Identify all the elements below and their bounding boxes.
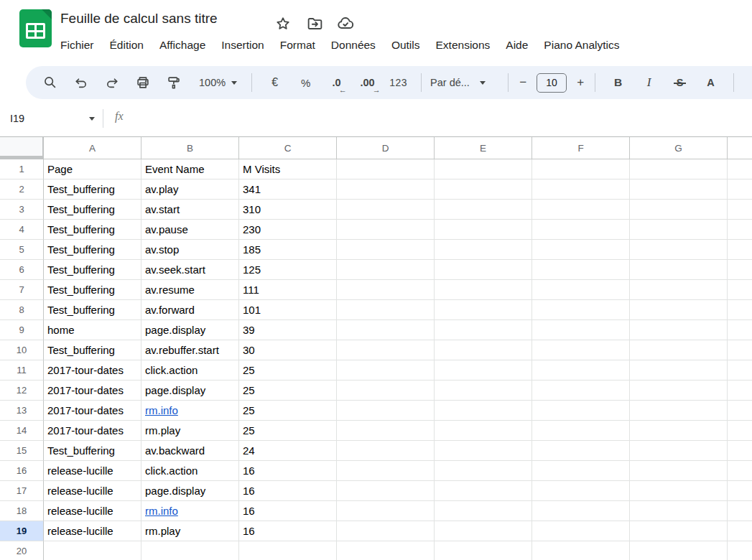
cell-link-b18[interactable]: rm.info: [145, 505, 178, 517]
cell-c4[interactable]: 230: [239, 220, 337, 240]
cell-c10[interactable]: 30: [239, 340, 337, 360]
menu-item-extensions[interactable]: Extensions: [428, 34, 498, 56]
cell-c5[interactable]: 185: [239, 240, 337, 260]
cell-e11[interactable]: [435, 360, 532, 381]
row-header-16[interactable]: 16: [0, 461, 44, 481]
cell-c15[interactable]: 24: [239, 441, 337, 461]
cell-c16[interactable]: 16: [239, 461, 337, 481]
cell-a15[interactable]: Test_buffering: [44, 441, 141, 461]
menu-item-donnees[interactable]: Données: [323, 34, 384, 56]
font-dropdown[interactable]: Par dé...: [430, 77, 499, 88]
paint-format-icon[interactable]: [163, 72, 185, 93]
cell-a10[interactable]: Test_buffering: [44, 340, 141, 360]
row-header-20[interactable]: 20: [0, 541, 44, 560]
row-header-19[interactable]: 19: [0, 521, 44, 541]
column-header-g[interactable]: G: [630, 137, 728, 159]
cell-f16[interactable]: [532, 461, 630, 481]
cell-g20[interactable]: [630, 541, 728, 560]
cell-e7[interactable]: [435, 280, 532, 300]
menu-item-piano-analytics[interactable]: Piano Analytics: [536, 34, 627, 56]
cell-f6[interactable]: [532, 260, 630, 280]
cell-g1[interactable]: [630, 159, 728, 179]
cell-b11[interactable]: click.action: [141, 360, 239, 381]
select-all-corner[interactable]: [0, 137, 44, 159]
percent-format-button[interactable]: %: [295, 72, 317, 93]
cell-f15[interactable]: [532, 441, 630, 461]
italic-button[interactable]: I: [639, 72, 660, 93]
cell-f10[interactable]: [532, 340, 630, 360]
menu-item-edition[interactable]: Édition: [102, 34, 152, 56]
cell-c9[interactable]: 39: [239, 320, 337, 340]
cell-c17[interactable]: 16: [239, 481, 337, 501]
cell-b15[interactable]: av.backward: [141, 441, 239, 461]
cell-c6[interactable]: 125: [239, 260, 337, 280]
row-header-9[interactable]: 9: [0, 320, 44, 340]
cell-partial-2[interactable]: [728, 179, 752, 200]
cell-b2[interactable]: av.play: [141, 179, 239, 200]
cell-a1[interactable]: Page: [44, 159, 141, 179]
cell-e8[interactable]: [435, 300, 532, 320]
cell-partial-15[interactable]: [728, 441, 752, 461]
cell-e10[interactable]: [435, 340, 532, 360]
cell-g6[interactable]: [630, 260, 728, 280]
cell-partial-6[interactable]: [728, 260, 752, 280]
print-icon[interactable]: [132, 72, 154, 93]
cell-e18[interactable]: [435, 501, 532, 521]
cell-d16[interactable]: [337, 461, 435, 481]
cell-f9[interactable]: [532, 320, 630, 340]
column-header-c[interactable]: C: [239, 137, 337, 159]
cell-partial-9[interactable]: [728, 320, 752, 340]
cell-d6[interactable]: [337, 260, 435, 280]
cell-b8[interactable]: av.forward: [141, 300, 239, 320]
cell-b18[interactable]: rm.info: [141, 501, 239, 521]
cell-d1[interactable]: [337, 159, 435, 179]
row-header-17[interactable]: 17: [0, 481, 44, 501]
cell-b6[interactable]: av.seek.start: [141, 260, 239, 280]
cell-a19[interactable]: release-lucille: [44, 521, 141, 541]
cell-a7[interactable]: Test_buffering: [44, 280, 141, 300]
cell-b19[interactable]: rm.play: [141, 521, 239, 541]
cell-partial-11[interactable]: [728, 360, 752, 381]
cloud-saved-icon[interactable]: [335, 14, 356, 34]
menu-item-aide[interactable]: Aide: [498, 34, 536, 56]
cell-d17[interactable]: [337, 481, 435, 501]
cell-g14[interactable]: [630, 421, 728, 441]
cell-e6[interactable]: [435, 260, 532, 280]
cell-b13[interactable]: rm.info: [141, 401, 239, 421]
cell-e9[interactable]: [435, 320, 532, 340]
cell-e17[interactable]: [435, 481, 532, 501]
cell-b16[interactable]: click.action: [141, 461, 239, 481]
cell-partial-19[interactable]: [728, 521, 752, 541]
cell-d4[interactable]: [337, 220, 435, 240]
cell-partial-12[interactable]: [728, 381, 752, 401]
row-header-8[interactable]: 8: [0, 300, 44, 320]
cell-d5[interactable]: [337, 240, 435, 260]
sheets-logo-icon[interactable]: [19, 9, 52, 47]
increase-decimals-button[interactable]: .00→: [357, 72, 379, 93]
cell-b20[interactable]: [141, 541, 239, 560]
cell-g18[interactable]: [630, 501, 728, 521]
text-color-button[interactable]: A: [700, 72, 722, 93]
row-header-13[interactable]: 13: [0, 401, 44, 421]
cell-g16[interactable]: [630, 461, 728, 481]
cell-d13[interactable]: [337, 401, 435, 421]
cell-e20[interactable]: [435, 541, 532, 560]
cell-e12[interactable]: [435, 381, 532, 401]
cell-b5[interactable]: av.stop: [141, 240, 239, 260]
cell-c1[interactable]: M Visits: [239, 159, 337, 179]
name-box[interactable]: I19: [10, 110, 82, 127]
cell-partial-14[interactable]: [728, 421, 752, 441]
cell-b3[interactable]: av.start: [141, 200, 239, 220]
chevron-down-icon[interactable]: [89, 117, 95, 121]
redo-icon[interactable]: [101, 72, 123, 93]
column-header-b[interactable]: B: [141, 137, 239, 159]
undo-icon[interactable]: [70, 72, 92, 93]
row-header-11[interactable]: 11: [0, 360, 44, 381]
decrease-decimals-button[interactable]: .0←: [326, 72, 348, 93]
row-header-2[interactable]: 2: [0, 179, 44, 200]
cell-g4[interactable]: [630, 220, 728, 240]
cell-c7[interactable]: 111: [239, 280, 337, 300]
strikethrough-button[interactable]: S: [669, 72, 691, 93]
menu-item-insertion[interactable]: Insertion: [213, 34, 271, 56]
cell-g13[interactable]: [630, 401, 728, 421]
